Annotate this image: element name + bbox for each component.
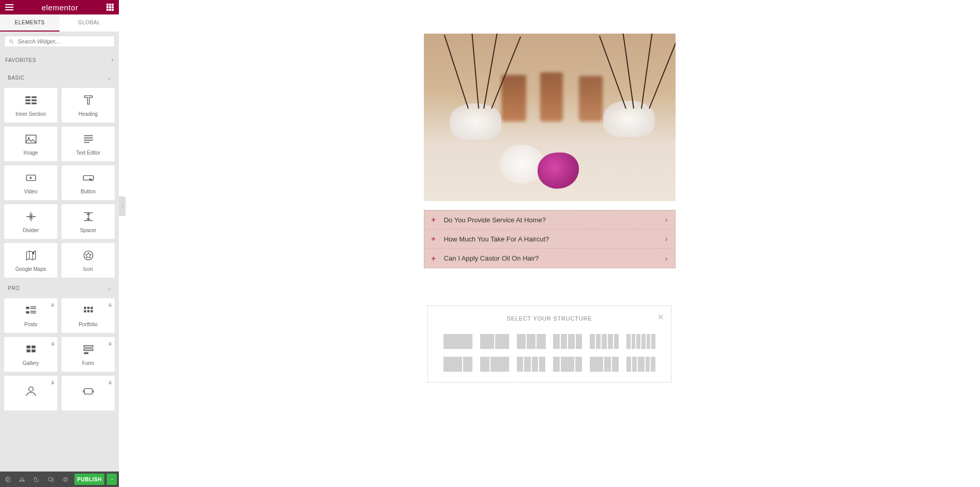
structure-option-1col[interactable] bbox=[443, 334, 472, 349]
svg-rect-35 bbox=[84, 345, 93, 347]
structure-option-2-1-1[interactable] bbox=[590, 357, 619, 372]
svg-rect-22 bbox=[26, 311, 29, 313]
widget-slides[interactable] bbox=[62, 376, 115, 410]
lock-icon bbox=[108, 378, 113, 383]
svg-rect-2 bbox=[25, 99, 30, 101]
svg-rect-5 bbox=[32, 102, 37, 104]
structure-option-6col[interactable] bbox=[626, 334, 655, 349]
widget-inner-section[interactable]: Inner Section bbox=[4, 88, 57, 123]
history-button[interactable] bbox=[29, 471, 43, 487]
widget-posts[interactable]: Posts bbox=[4, 298, 57, 333]
basic-widgets-grid: Inner Section Heading Image Text Editor bbox=[3, 86, 116, 279]
settings-button[interactable] bbox=[0, 471, 14, 487]
preview-button[interactable] bbox=[58, 471, 72, 487]
structure-option-1-2[interactable] bbox=[480, 357, 509, 372]
publish-dropdown[interactable] bbox=[106, 474, 117, 485]
gallery-icon bbox=[24, 343, 38, 356]
publish-button[interactable]: PUBLISH bbox=[74, 474, 104, 485]
svg-rect-1 bbox=[32, 96, 37, 98]
tab-elements[interactable]: ELEMENTS bbox=[0, 14, 59, 32]
structure-option-5col-b[interactable] bbox=[626, 357, 655, 372]
accordion-item[interactable]: + Can I Apply Castor Oil On Hair? › bbox=[424, 249, 675, 268]
sidebar-footer: PUBLISH bbox=[0, 471, 119, 487]
search-input[interactable] bbox=[18, 38, 110, 44]
widget-divider[interactable]: Divider bbox=[4, 204, 57, 239]
lock-icon bbox=[50, 378, 55, 383]
accordion-title: How Much You Take For A Haircut? bbox=[444, 235, 665, 243]
sidebar-header: elementor bbox=[0, 0, 119, 14]
structure-selector: × SELECT YOUR STRUCTURE bbox=[427, 306, 671, 383]
responsive-button[interactable] bbox=[43, 471, 58, 487]
widget-form[interactable]: Form bbox=[62, 337, 115, 372]
inner-section-icon bbox=[24, 94, 38, 107]
accordion-widget[interactable]: + Do You Provide Service At Home? › + Ho… bbox=[424, 210, 676, 268]
svg-rect-31 bbox=[26, 345, 30, 348]
svg-rect-29 bbox=[87, 310, 89, 312]
structure-option-4col[interactable] bbox=[553, 334, 582, 349]
spacer-icon bbox=[82, 210, 95, 223]
search-widget[interactable] bbox=[4, 36, 115, 47]
widget-text-editor[interactable]: Text Editor bbox=[62, 127, 115, 161]
chevron-down-icon: ⌵ bbox=[108, 74, 112, 81]
svg-rect-26 bbox=[87, 307, 89, 309]
close-icon[interactable]: × bbox=[657, 311, 664, 323]
widget-icon[interactable]: Icon bbox=[62, 243, 115, 278]
plus-icon: + bbox=[432, 254, 436, 263]
structure-option-2col[interactable] bbox=[480, 334, 509, 349]
tab-global[interactable]: GLOBAL bbox=[59, 14, 119, 32]
structure-option-3col[interactable] bbox=[517, 334, 546, 349]
widget-button[interactable]: Button bbox=[62, 165, 115, 200]
widget-google-maps[interactable]: Google Maps bbox=[4, 243, 57, 278]
icon-icon bbox=[82, 249, 95, 262]
portfolio-icon bbox=[82, 304, 95, 317]
widget-login[interactable] bbox=[4, 376, 57, 410]
svg-rect-34 bbox=[32, 349, 36, 352]
widget-label: Portfolio bbox=[79, 322, 98, 327]
structure-option-4col-b[interactable] bbox=[517, 357, 546, 372]
widget-portfolio[interactable]: Portfolio bbox=[62, 298, 115, 333]
widget-label: Button bbox=[81, 189, 96, 194]
widget-video[interactable]: Video bbox=[4, 165, 57, 200]
image-icon bbox=[24, 132, 38, 146]
accordion-item[interactable]: + How Much You Take For A Haircut? › bbox=[424, 230, 675, 249]
category-pro[interactable]: PRO ⌵ bbox=[3, 279, 116, 297]
slides-icon bbox=[82, 385, 95, 398]
svg-rect-4 bbox=[25, 102, 30, 104]
navigator-button[interactable] bbox=[14, 471, 29, 487]
category-basic[interactable]: BASIC ⌵ bbox=[3, 69, 116, 86]
panel-tabs: ELEMENTS GLOBAL bbox=[0, 14, 119, 32]
editor-canvas[interactable]: + Do You Provide Service At Home? › + Ho… bbox=[119, 0, 980, 487]
chevron-right-icon: › bbox=[112, 56, 114, 64]
accordion-item[interactable]: + Do You Provide Service At Home? › bbox=[424, 210, 675, 230]
svg-rect-0 bbox=[25, 96, 30, 98]
widget-heading[interactable]: Heading bbox=[62, 88, 115, 123]
lock-icon bbox=[108, 339, 113, 344]
svg-rect-36 bbox=[84, 349, 93, 351]
structure-option-5col[interactable] bbox=[590, 334, 619, 349]
collapse-sidebar-button[interactable] bbox=[119, 196, 126, 216]
accordion-title: Do You Provide Service At Home? bbox=[444, 216, 665, 224]
widget-image[interactable]: Image bbox=[4, 127, 57, 161]
structure-option-1-2-1[interactable] bbox=[553, 357, 582, 372]
structure-option-2-1[interactable] bbox=[443, 357, 472, 372]
svg-rect-3 bbox=[32, 99, 37, 101]
category-favorites[interactable]: FAVORITES › bbox=[0, 51, 119, 69]
chevron-right-icon: › bbox=[665, 216, 668, 224]
lock-icon bbox=[50, 300, 55, 306]
svg-rect-13 bbox=[83, 176, 94, 180]
hero-image[interactable] bbox=[424, 34, 676, 201]
menu-icon[interactable] bbox=[5, 4, 13, 10]
pro-widgets-grid: Posts Portfolio Gallery Form bbox=[3, 297, 116, 412]
widget-gallery[interactable]: Gallery bbox=[4, 337, 57, 372]
elementor-logo: elementor bbox=[41, 3, 78, 12]
video-icon bbox=[24, 171, 38, 185]
apps-grid-icon[interactable] bbox=[106, 4, 114, 11]
category-pro-label: PRO bbox=[8, 285, 20, 291]
widget-label: Video bbox=[24, 189, 37, 194]
posts-icon bbox=[24, 304, 38, 317]
widget-label: Heading bbox=[79, 111, 98, 117]
login-icon bbox=[24, 385, 38, 398]
widget-spacer[interactable]: Spacer bbox=[62, 204, 115, 239]
plus-icon: + bbox=[432, 216, 436, 224]
svg-rect-41 bbox=[51, 479, 53, 481]
